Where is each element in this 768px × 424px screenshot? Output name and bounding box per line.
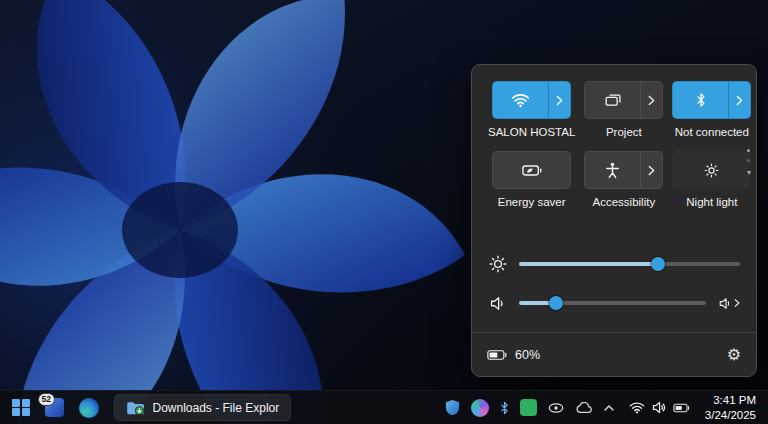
energy-saver-label: Energy saver	[498, 196, 566, 208]
start-button[interactable]	[12, 399, 30, 417]
bluetooth-label: Not connected	[675, 126, 749, 138]
notification-badge: 52	[38, 393, 55, 406]
clock-date: 3/24/2025	[705, 408, 756, 423]
energy-saver-button[interactable]	[492, 151, 571, 189]
quick-settings-tray-button[interactable]	[625, 398, 694, 417]
bluetooth-expand-chevron[interactable]	[728, 82, 750, 118]
quick-setting-project: Project	[584, 81, 663, 138]
downloads-folder-icon	[126, 400, 145, 416]
project-icon	[585, 82, 640, 118]
volume-slider-track[interactable]	[519, 301, 706, 305]
copilot-icon[interactable]	[471, 399, 489, 417]
quick-setting-bluetooth: Not connected	[672, 81, 751, 138]
settings-gear-icon[interactable]: ⚙	[727, 345, 741, 364]
taskbar-tray: 3:41 PM 3/24/2025	[445, 393, 768, 423]
eye-icon[interactable]	[548, 403, 564, 413]
brightness-slider[interactable]	[519, 255, 740, 273]
night-light-label: Night light	[686, 196, 737, 208]
bluetooth-toggle-button[interactable]	[672, 81, 751, 119]
volume-slider-thumb[interactable]	[549, 296, 563, 310]
brightness-slider-track[interactable]	[519, 262, 740, 266]
windows-logo-icon	[12, 399, 30, 417]
edge-icon	[79, 398, 99, 418]
accessibility-expand-chevron[interactable]	[640, 152, 662, 188]
taskbar-left: 52 Downloads - File Explor	[0, 394, 291, 421]
wifi-label: SALON HOSTAL	[488, 126, 575, 138]
brightness-row	[488, 249, 740, 279]
audio-output-chevron-icon	[734, 298, 740, 308]
quick-settings-panel: SALON HOSTAL Project	[471, 64, 757, 377]
quick-setting-energy-saver: Energy saver	[488, 151, 575, 208]
wifi-expand-chevron[interactable]	[548, 82, 570, 118]
battery-status[interactable]: 60%	[487, 348, 540, 362]
app-with-badge-button[interactable]: 52	[45, 398, 64, 417]
onedrive-cloud-icon[interactable]	[575, 402, 593, 414]
project-button[interactable]	[584, 81, 663, 119]
wifi-toggle-button[interactable]	[492, 81, 571, 119]
audio-output-speaker-icon	[719, 297, 732, 310]
battery-percent-label: 60%	[515, 348, 540, 362]
bluetooth-icon	[673, 82, 728, 118]
accessibility-label: Accessibility	[593, 196, 656, 208]
page-dot[interactable]	[747, 159, 750, 162]
page-dot-current[interactable]	[747, 149, 750, 152]
quick-setting-night-light: Night light	[672, 151, 751, 208]
volume-icon	[488, 296, 508, 311]
battery-tray-icon	[673, 403, 690, 413]
volume-slider[interactable]	[519, 294, 706, 312]
audio-output-button[interactable]	[717, 297, 740, 310]
sliders-section	[488, 249, 740, 318]
quick-setting-accessibility: Accessibility	[584, 151, 663, 208]
speaker-tray-icon	[652, 401, 666, 414]
bluetooth-tray-icon[interactable]	[500, 401, 509, 415]
brightness-icon	[488, 255, 508, 273]
wifi-icon	[493, 82, 548, 118]
taskbar: 52 Downloads - File Explor	[0, 390, 768, 424]
quick-settings-grid: SALON HOSTAL Project	[488, 81, 738, 208]
green-app-icon[interactable]	[520, 399, 537, 416]
desktop: SALON HOSTAL Project	[0, 0, 768, 424]
quick-settings-footer: 60% ⚙	[472, 332, 756, 376]
file-explorer-window-button[interactable]: Downloads - File Explor	[114, 394, 292, 421]
night-light-icon	[673, 152, 750, 188]
clock-time: 3:41 PM	[705, 393, 756, 408]
brightness-slider-thumb[interactable]	[651, 257, 665, 271]
volume-row	[488, 288, 740, 318]
quick-setting-wifi: SALON HOSTAL	[488, 81, 575, 138]
night-light-button[interactable]	[672, 151, 751, 189]
page-down-chevron-icon[interactable]: ▾	[747, 169, 751, 177]
file-explorer-window-label: Downloads - File Explor	[153, 401, 280, 415]
accessibility-button[interactable]	[584, 151, 663, 189]
project-expand-chevron[interactable]	[640, 82, 662, 118]
wifi-tray-icon	[629, 401, 645, 414]
energy-saver-icon	[493, 152, 570, 188]
edge-browser-button[interactable]	[79, 398, 99, 418]
project-label: Project	[606, 126, 642, 138]
clock[interactable]: 3:41 PM 3/24/2025	[705, 393, 760, 423]
hidden-icons-chevron-icon[interactable]	[604, 405, 614, 411]
accessibility-icon	[585, 152, 640, 188]
battery-icon	[487, 349, 507, 361]
page-indicator[interactable]: ▾	[747, 149, 751, 177]
security-shield-icon[interactable]	[445, 399, 460, 416]
